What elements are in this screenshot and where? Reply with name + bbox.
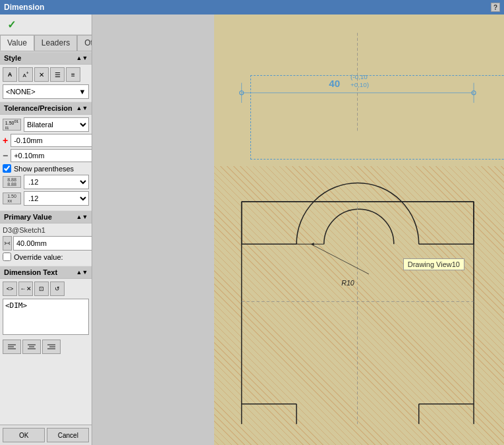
minus-value-input[interactable] (11, 149, 92, 162)
style-icon-4[interactable]: ☰ (50, 67, 65, 82)
show-parentheses-label: Show parentheses (14, 165, 74, 173)
style-dropdown-value: <NONE> (6, 88, 36, 96)
value-input-field[interactable] (13, 236, 92, 251)
primary-value-content: D3@Sketch1 ▲ ▼ Override value: (0, 223, 92, 266)
dim-text-content: <> ←✕ ⊡ ↺ <DIM> (0, 279, 92, 359)
tab-bar: Value Leaders Other (0, 35, 92, 51)
plus-value-row: + (3, 134, 89, 147)
help-button[interactable]: ? (491, 3, 500, 12)
dimension-ref-text: D3@Sketch1 (3, 226, 45, 234)
toolbar-check-area: ✓ (0, 15, 92, 35)
show-parentheses-row: Show parentheses (3, 164, 89, 173)
primary-value-section-header: Primary Value ▲▼ (0, 210, 92, 223)
align-center-button[interactable] (22, 340, 41, 354)
primary-value-collapse-arrows[interactable]: ▲▼ (76, 214, 88, 220)
dim-text-icon-2[interactable]: ←✕ (18, 282, 33, 296)
dim-text-icon-1[interactable]: <> (3, 282, 17, 296)
panel-bottom-bar: OK Cancel (0, 425, 92, 445)
drawing-view-tooltip: Drawing View10 (403, 258, 464, 270)
svg-line-32 (311, 244, 369, 274)
override-value-checkbox[interactable] (3, 252, 11, 261)
panel-ok-button[interactable]: OK (3, 428, 45, 442)
drawing-view-label: Drawing View10 (408, 260, 460, 268)
dim-text-section-header: Dimension Text ▲▼ (0, 266, 92, 279)
svg-text:(-0,10: (-0,10 (350, 73, 368, 80)
minus-icon: − (3, 151, 8, 160)
dropdown-arrow-icon: ▼ (79, 88, 86, 96)
plus-icon: + (3, 136, 8, 145)
style-icon-2[interactable]: A+ (18, 67, 33, 82)
svg-text:+0,10): +0,10) (350, 81, 369, 88)
style-section-header: Style ▲▼ (0, 51, 92, 65)
canvas-bottom-area: R10 Drawing View10 (214, 166, 504, 445)
precision1-row: 8.888.88 .12 (3, 175, 89, 189)
precision1-select[interactable]: .12 (24, 175, 89, 189)
tolerance-type-select[interactable]: Bilateral (24, 117, 89, 132)
tolerance-label: Tolerance/Precision (4, 104, 72, 112)
plus-value-input[interactable] (11, 134, 92, 147)
style-dropdown[interactable]: <NONE> ▼ (3, 84, 89, 99)
style-icon-1[interactable]: A (3, 67, 17, 82)
precision2-row: 1.50xx .12 (3, 191, 89, 206)
align-right-button[interactable] (42, 340, 61, 354)
dim-text-collapse-arrows[interactable]: ▲▼ (76, 269, 88, 276)
dim-text-textarea[interactable]: <DIM> (3, 299, 89, 335)
style-content: A A+ ✕ ☰ ≡ <NONE> (0, 65, 92, 102)
value-input-row: ▲ ▼ (3, 236, 89, 251)
tab-leaders[interactable]: Leaders (34, 35, 77, 51)
tolerance-collapse-arrows[interactable]: ▲▼ (76, 105, 88, 111)
confirm-button[interactable]: ✓ (4, 17, 18, 32)
style-icon-3[interactable]: ✕ (34, 67, 49, 82)
style-icon-5[interactable]: ≡ (66, 67, 80, 82)
precision1-icon: 8.888.88 (3, 176, 21, 188)
style-icon-row: A A+ ✕ ☰ ≡ (3, 67, 89, 82)
bottom-icon-row (3, 340, 89, 354)
dim-text-icon-3[interactable]: ⊡ (34, 282, 49, 296)
tolerance-type-icon: 1.500101 (3, 119, 21, 131)
dim-text-icon-row: <> ←✕ ⊡ ↺ (3, 282, 89, 296)
override-value-label: Override value: (14, 253, 63, 261)
precision2-icon: 1.50xx (3, 193, 21, 204)
canvas-area: 40 (-0,10 +0,10) (214, 15, 504, 445)
tolerance-type-row: 1.500101 Bilateral (3, 117, 89, 132)
dimension-ref-row: D3@Sketch1 (3, 226, 89, 234)
svg-text:R10: R10 (342, 279, 355, 287)
title-text: Dimension (4, 3, 44, 12)
title-bar: Dimension ? (0, 0, 504, 15)
canvas-svg-top: 40 (-0,10 +0,10) (214, 15, 504, 166)
show-parentheses-checkbox[interactable] (3, 164, 11, 173)
tab-other[interactable]: Other (77, 35, 92, 51)
primary-value-label: Primary Value (4, 213, 52, 221)
svg-text:40: 40 (329, 78, 341, 89)
dim-text-icon-4[interactable]: ↺ (50, 282, 65, 296)
tolerance-section-header: Tolerance/Precision ▲▼ (0, 102, 92, 115)
dimension-panel: ✓ Value Leaders Other Style ▲▼ A A+ (0, 15, 92, 445)
canvas-top-area: 40 (-0,10 +0,10) (214, 15, 504, 166)
panel-cancel-button[interactable]: Cancel (47, 428, 89, 442)
precision2-select[interactable]: .12 (24, 191, 89, 206)
align-left-button[interactable] (3, 340, 21, 354)
override-value-row: Override value: (3, 252, 89, 261)
canvas-svg-bottom: R10 (214, 166, 504, 445)
dim-text-label: Dimension Text (4, 268, 57, 276)
tab-value[interactable]: Value (0, 35, 34, 51)
pv-link-icon[interactable] (3, 236, 12, 251)
style-label: Style (4, 54, 21, 62)
tolerance-content: 1.500101 Bilateral + − (0, 115, 92, 210)
minus-value-row: − (3, 149, 89, 162)
style-collapse-arrows[interactable]: ▲▼ (76, 55, 88, 61)
